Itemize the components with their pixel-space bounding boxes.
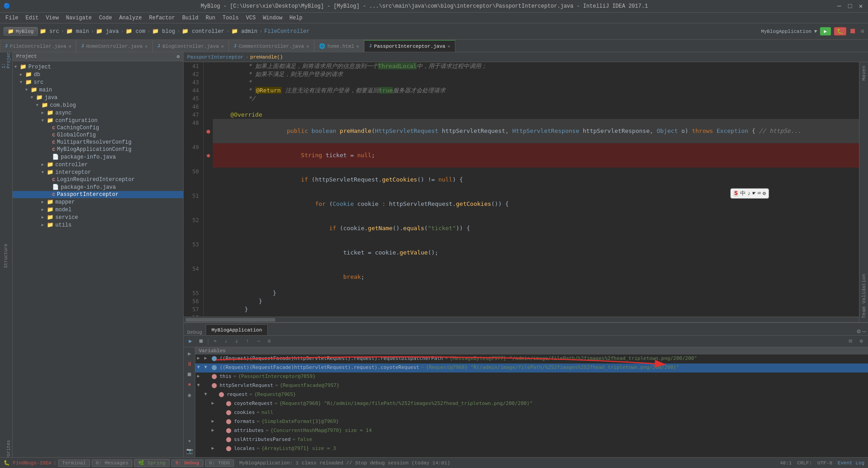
debug-settings-btn[interactable]: ⚙ bbox=[856, 337, 866, 346]
tree-item-multipart[interactable]: ▶ C MultipartResolverConfig bbox=[13, 139, 183, 146]
debug-settings-icon[interactable]: ⚙ bbox=[857, 327, 860, 335]
ime-toolbar[interactable]: S 中 ♪ ☛ ⌨ ⚙ bbox=[730, 188, 769, 199]
close-button[interactable]: ✕ bbox=[857, 3, 864, 10]
tree-item-pkg-info-interceptor[interactable]: ▶ 📄 package-info.java bbox=[13, 183, 183, 191]
tree-item-myblogapp-config[interactable]: ▶ C MyBlogApplicationConfig bbox=[13, 146, 183, 153]
debug-action-5[interactable]: ◉ bbox=[184, 391, 194, 400]
debug-status-btn[interactable]: 5: Debug bbox=[171, 459, 203, 467]
tree-item-utils[interactable]: ▶ 📁 utils bbox=[13, 221, 183, 229]
ime-settings-icon[interactable]: ⚙ bbox=[763, 190, 766, 197]
menu-analyze[interactable]: Analyze bbox=[116, 14, 145, 22]
menu-window[interactable]: Window bbox=[259, 14, 286, 22]
sidebar-structure-icon[interactable]: Structure bbox=[1, 251, 11, 261]
debug-button[interactable]: 🐛 bbox=[834, 27, 846, 36]
debug-force-step-into-btn[interactable]: ⇓ bbox=[232, 337, 242, 346]
tab-close[interactable]: ✕ bbox=[356, 44, 359, 49]
tab-close[interactable]: ✕ bbox=[68, 44, 71, 49]
menu-view[interactable]: View bbox=[42, 14, 63, 22]
menu-refactor[interactable]: Refactor bbox=[145, 14, 179, 22]
more-options[interactable]: ≡ bbox=[861, 28, 864, 35]
debug-restore-layout-btn[interactable]: ⊡ bbox=[846, 337, 855, 346]
tree-item-configuration[interactable]: ▼ 📁 configuration bbox=[13, 117, 183, 124]
debug-stop-btn[interactable]: ⏹ bbox=[196, 337, 206, 346]
tab-homecontroller[interactable]: J HomeController.java ✕ bbox=[76, 40, 152, 52]
tree-item-globalconfig[interactable]: ▶ C GlobalConfig bbox=[13, 132, 183, 139]
breadcrumb-interceptor[interactable]: PassportInterceptor bbox=[187, 55, 243, 60]
tree-item-loginrequired[interactable]: ▶ C LoginRequiredInterceptor bbox=[13, 176, 183, 183]
project-btn[interactable]: 📁 MyBlog bbox=[4, 27, 38, 36]
tree-item-project[interactable]: ▼ 📁 Project bbox=[13, 63, 183, 71]
tab-close[interactable]: ✕ bbox=[221, 44, 224, 49]
tab-home-html[interactable]: 🌐 home.html ✕ bbox=[314, 40, 364, 52]
tree-item-src[interactable]: ▼ 📁 src bbox=[13, 78, 183, 86]
status-encoding[interactable]: UTF-8 bbox=[818, 460, 832, 466]
messages-btn[interactable]: 0: Messages bbox=[92, 459, 133, 467]
debug-evaluate-btn[interactable]: ≡ bbox=[264, 337, 274, 346]
minimize-button[interactable]: ─ bbox=[836, 3, 843, 10]
var-row-2[interactable]: ▼ ▼ ⬤ ((Request)(RequestFacade)httpServl… bbox=[195, 363, 868, 373]
tab-close[interactable]: ✕ bbox=[448, 44, 450, 49]
tree-item-async[interactable]: ▶ 📁 async bbox=[13, 109, 183, 117]
maximize-button[interactable]: □ bbox=[846, 3, 854, 10]
tab-filecontroller[interactable]: J FileController.java ✕ bbox=[0, 40, 76, 52]
tree-item-java[interactable]: ▼ 📁 java bbox=[13, 94, 183, 101]
team-validation-tab[interactable]: Team Validation bbox=[859, 270, 868, 322]
run-button[interactable]: ▶ bbox=[820, 27, 831, 36]
menu-file[interactable]: File bbox=[2, 14, 22, 22]
tree-item-cachingconfig[interactable]: ▶ C CachingConfig bbox=[13, 124, 183, 132]
menu-vcs[interactable]: VCS bbox=[243, 14, 260, 22]
tree-item-service[interactable]: ▶ 📁 service bbox=[13, 214, 183, 221]
tab-commentcontroller[interactable]: J CommentController.java ✕ bbox=[229, 40, 314, 52]
tab-passportinterceptor[interactable]: J PassportInterceptor.java ✕ bbox=[364, 40, 455, 52]
tree-item-mapper[interactable]: ▶ 📁 mapper bbox=[13, 198, 183, 206]
tree-item-main[interactable]: ▼ 📁 main bbox=[13, 86, 183, 94]
debug-minimize-icon[interactable]: — bbox=[863, 328, 866, 335]
breadcrumb-prehandle[interactable]: preHandle() bbox=[250, 55, 283, 60]
debug-action-1[interactable]: ▶ bbox=[184, 349, 194, 358]
tree-item-pkg-info-config[interactable]: ▶ 📄 package-info.java bbox=[13, 153, 183, 161]
debug-run-to-cursor-btn[interactable]: → bbox=[253, 337, 263, 346]
tab-close[interactable]: ✕ bbox=[306, 44, 309, 49]
todo-btn[interactable]: 6: TODO bbox=[205, 459, 234, 467]
findbug-btn[interactable]: 🐛 FindBugs-IDEA bbox=[4, 460, 51, 466]
menu-edit[interactable]: Edit bbox=[22, 14, 42, 22]
tree-item-db[interactable]: ▶ 📁 db bbox=[13, 71, 183, 78]
sidebar-favorites-icon[interactable]: 2: Favorites bbox=[1, 447, 11, 457]
debug-step-out-btn[interactable]: ↑ bbox=[243, 337, 252, 346]
debug-step-over-btn[interactable]: ↷ bbox=[210, 337, 220, 346]
tree-item-controller[interactable]: ▶ 📁 controller bbox=[13, 161, 183, 168]
run-config-dropdown[interactable]: ▼ bbox=[814, 29, 817, 34]
debug-tab-myblogapp[interactable]: MyBlogApplication bbox=[206, 324, 268, 335]
status-crlf[interactable]: CRLF: bbox=[797, 460, 812, 466]
panel-settings-icon[interactable]: ⚙ bbox=[176, 54, 180, 59]
tree-item-model[interactable]: ▶ 📁 model bbox=[13, 206, 183, 214]
tree-item-interceptor[interactable]: ▼ 📁 interceptor bbox=[13, 168, 183, 176]
debug-action-3[interactable]: ⏹ bbox=[184, 370, 194, 379]
debug-action-7[interactable]: 📷 bbox=[184, 446, 194, 455]
stop-button[interactable]: ⏹ bbox=[849, 27, 856, 36]
horizontal-scrollbar[interactable] bbox=[184, 317, 859, 322]
spring-btn[interactable]: 🌿 Spring bbox=[134, 459, 169, 467]
sidebar-project-icon[interactable]: 1: Project bbox=[1, 54, 11, 64]
menu-build[interactable]: Build bbox=[179, 14, 202, 22]
menu-help[interactable]: Help bbox=[286, 14, 306, 22]
terminal-btn[interactable]: Terminal bbox=[58, 459, 90, 467]
debug-action-2[interactable]: ⏸ bbox=[184, 359, 194, 368]
debug-action-6[interactable]: ★ bbox=[184, 436, 194, 445]
debug-action-4[interactable]: ● bbox=[184, 380, 194, 389]
debug-resume-btn[interactable]: ▶ bbox=[185, 337, 195, 346]
tree-item-passportinterceptor[interactable]: ▶ C PassportInterceptor bbox=[13, 191, 183, 198]
tab-blogcontroller[interactable]: J BlogController.java ✕ bbox=[153, 40, 229, 52]
event-log-btn[interactable]: Event Log bbox=[838, 460, 864, 466]
menu-code[interactable]: Code bbox=[95, 14, 116, 22]
menu-tools[interactable]: Tools bbox=[219, 14, 243, 22]
scrollbar-thumb[interactable] bbox=[185, 318, 275, 322]
menu-navigate[interactable]: Navigate bbox=[62, 14, 95, 22]
maven-tab[interactable]: Maven bbox=[859, 62, 868, 84]
tab-close[interactable]: ✕ bbox=[145, 44, 148, 49]
variables-panel[interactable]: Variables ▶ ▶ ⬤ ((Request)(RequestFacade… bbox=[195, 347, 868, 457]
menu-run[interactable]: Run bbox=[202, 14, 219, 22]
tree-item-comblog[interactable]: ▼ 📁 com.blog bbox=[13, 101, 183, 109]
ime-s-label: S bbox=[733, 191, 738, 197]
debug-step-into-btn[interactable]: ↓ bbox=[221, 337, 231, 346]
